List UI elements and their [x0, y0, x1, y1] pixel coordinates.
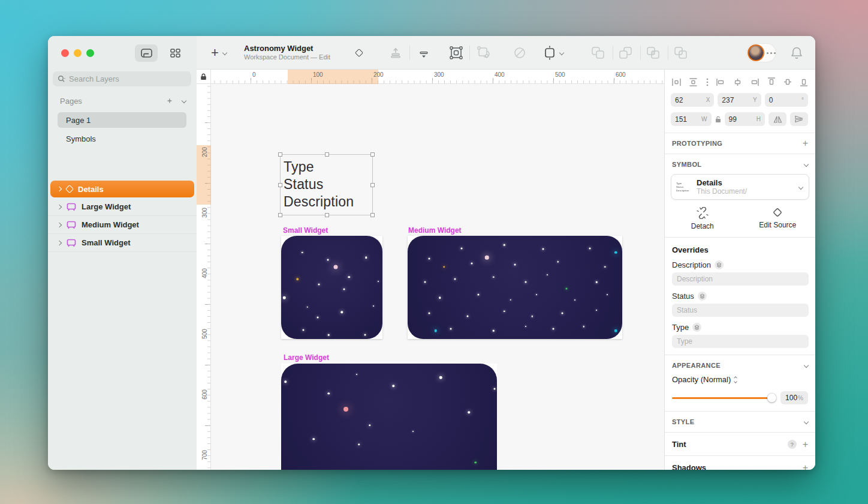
- vertical-ruler[interactable]: 200 300 400 500 600 700: [197, 84, 211, 470]
- align-top-icon[interactable]: [767, 77, 776, 86]
- star: [343, 407, 348, 412]
- selection-handle[interactable]: [370, 152, 375, 157]
- distribute-horizontally-icon[interactable]: [672, 78, 681, 86]
- detach-button[interactable]: Detach: [665, 207, 740, 230]
- artboard-label-large-widget[interactable]: Large Widget: [284, 353, 329, 362]
- layers-badge-icon[interactable]: [692, 323, 701, 332]
- selection-handle[interactable]: [370, 183, 375, 187]
- boolean-union-button[interactable]: [591, 36, 605, 70]
- opacity-slider-thumb[interactable]: [767, 394, 776, 403]
- horizontal-ruler[interactable]: 0 100 200 300 400 500 600: [211, 70, 664, 84]
- detach-broken-link-icon: [697, 207, 709, 219]
- boolean-intersect-button[interactable]: [646, 36, 661, 70]
- search-layers-field[interactable]: [53, 71, 191, 86]
- sidebar-page-item[interactable]: Symbols: [58, 131, 186, 146]
- artboard-label-small-widget[interactable]: Small Widget: [283, 226, 328, 235]
- appearance-section-header[interactable]: APPEARANCE: [665, 355, 815, 369]
- selection-handle[interactable]: [278, 213, 282, 217]
- aspect-lock-icon[interactable]: [715, 116, 721, 123]
- disclosure-chevron-icon[interactable]: [57, 204, 62, 209]
- blend-mode-stepper-icon[interactable]: [734, 376, 737, 383]
- override-type-input[interactable]: [672, 335, 809, 348]
- document-title: Astronomy Widget: [244, 44, 330, 53]
- collapse-appearance-icon[interactable]: [804, 363, 809, 368]
- selection-handle[interactable]: [325, 213, 329, 217]
- layers-badge-icon[interactable]: [715, 260, 724, 269]
- boolean-subtract-button[interactable]: [619, 36, 633, 70]
- edit-shape-button[interactable]: [450, 36, 463, 70]
- ruler-lock-corner[interactable]: [197, 70, 211, 84]
- design-canvas[interactable]: Type Status Description Small Widget Med…: [211, 84, 664, 470]
- insert-button[interactable]: +: [211, 36, 227, 70]
- align-left-icon[interactable]: [716, 78, 725, 86]
- upload-document-button[interactable]: [390, 36, 402, 70]
- artboard-label-medium-widget[interactable]: Medium Widget: [408, 226, 462, 235]
- opacity-blend-control[interactable]: Opacity (Normal): [665, 369, 815, 384]
- selection-handle[interactable]: [325, 152, 329, 157]
- add-prototyping-icon[interactable]: +: [803, 140, 808, 147]
- symbol-source-selector[interactable]: Type Status Description Details This Doc…: [671, 174, 809, 200]
- search-input[interactable]: [69, 74, 165, 83]
- pages-collapse-icon[interactable]: [182, 98, 186, 103]
- boolean-difference-button[interactable]: [674, 36, 688, 70]
- flatten-button[interactable]: [477, 36, 490, 70]
- add-shadow-icon[interactable]: +: [803, 464, 808, 470]
- height-field[interactable]: 99 H: [725, 112, 765, 126]
- align-horizontal-center-icon[interactable]: [733, 78, 742, 86]
- align-vertical-center-icon[interactable]: [783, 77, 792, 86]
- distribute-vertically-icon[interactable]: [689, 78, 698, 86]
- tint-help-icon[interactable]: ?: [788, 440, 797, 449]
- sidebar-page-item[interactable]: Page 1: [58, 112, 186, 128]
- rotation-field[interactable]: 0 °: [765, 93, 808, 107]
- disclosure-chevron-icon[interactable]: [57, 240, 62, 245]
- notifications-button[interactable]: [790, 36, 803, 70]
- disclosure-chevron-icon[interactable]: [57, 187, 62, 191]
- artboard-large-widget[interactable]: [281, 364, 497, 470]
- account-menu[interactable]: [747, 44, 776, 62]
- close-window-button[interactable]: [61, 49, 69, 57]
- layer-item-medium-widget[interactable]: Medium Widget: [48, 216, 197, 234]
- grid-view-button[interactable]: [164, 44, 186, 62]
- create-symbol-button[interactable]: [349, 36, 368, 70]
- selection-handle[interactable]: [278, 152, 282, 157]
- scale-tool-button[interactable]: [543, 36, 563, 70]
- symbol-section-header[interactable]: SYMBOL: [665, 154, 815, 168]
- layer-item-small-widget[interactable]: Small Widget: [48, 234, 197, 252]
- edit-source-button[interactable]: Edit Source: [740, 207, 816, 230]
- artboard-small-widget[interactable]: [281, 236, 382, 339]
- data-options-button[interactable]: [417, 36, 430, 70]
- selection-handle[interactable]: [370, 213, 375, 217]
- no-fill-button[interactable]: [513, 36, 526, 70]
- disclosure-chevron-icon[interactable]: [57, 222, 62, 227]
- layer-item-large-widget[interactable]: Large Widget: [48, 198, 197, 216]
- override-description-input[interactable]: [672, 272, 809, 286]
- more-options-icon[interactable]: [767, 52, 776, 54]
- align-bottom-icon[interactable]: [800, 77, 808, 86]
- style-section-header[interactable]: STYLE: [665, 412, 815, 425]
- opacity-value-field[interactable]: 100 %: [780, 391, 808, 404]
- align-right-icon[interactable]: [750, 78, 759, 86]
- zoom-window-button[interactable]: [86, 49, 94, 57]
- more-alignment-icon[interactable]: [706, 78, 709, 86]
- opacity-slider[interactable]: [672, 397, 775, 399]
- artboard-medium-widget[interactable]: [408, 236, 622, 339]
- selection-handle[interactable]: [278, 183, 282, 187]
- width-field[interactable]: 151 W: [671, 112, 712, 126]
- star: [348, 276, 350, 278]
- collapse-symbol-icon[interactable]: [804, 162, 809, 167]
- layer-item-details[interactable]: Details: [48, 180, 197, 198]
- layer-list-view-button[interactable]: [135, 44, 158, 62]
- flip-horizontal-button[interactable]: [768, 112, 786, 126]
- collapse-style-icon[interactable]: [804, 419, 809, 424]
- user-avatar[interactable]: [748, 44, 764, 61]
- layers-badge-icon[interactable]: [698, 292, 707, 301]
- x-position-field[interactable]: 62 X: [671, 93, 714, 107]
- add-tint-icon[interactable]: +: [803, 441, 808, 448]
- minimize-window-button[interactable]: [74, 49, 82, 57]
- flip-vertical-button[interactable]: [790, 112, 808, 126]
- y-position-field[interactable]: 237 Y: [718, 93, 761, 107]
- selected-text-layer[interactable]: Type Status Description: [280, 154, 373, 215]
- override-status-input[interactable]: [672, 304, 809, 317]
- prototyping-section-header[interactable]: PROTOTYPING +: [665, 133, 815, 147]
- add-page-icon[interactable]: [164, 95, 175, 106]
